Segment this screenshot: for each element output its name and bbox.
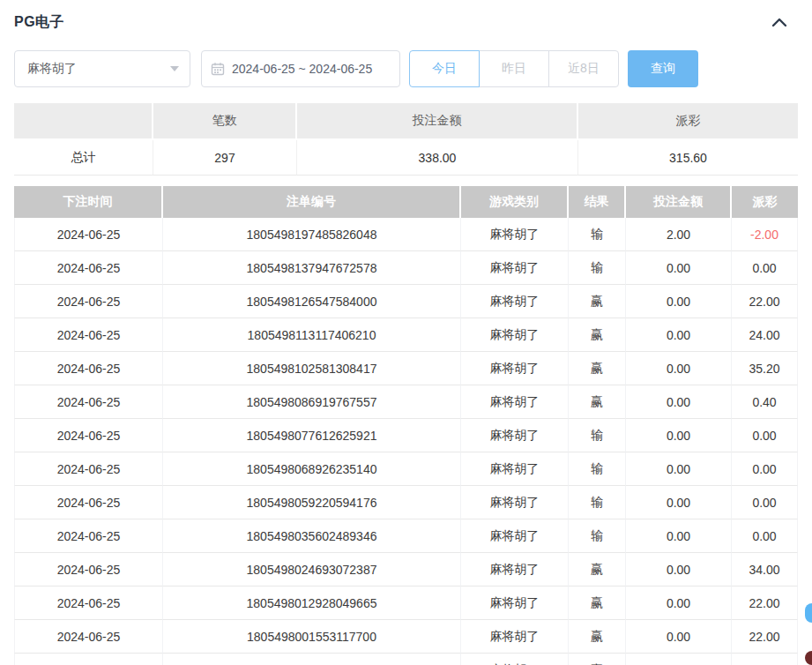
quick-range-button[interactable]: 昨日: [479, 50, 549, 87]
bet-id-cell: 1805498197485826048: [163, 218, 461, 251]
result-cell: 赢: [569, 654, 626, 665]
table-row: 2024-06-251805498102581308417麻将胡了赢0.0035…: [14, 352, 798, 385]
table-row: 2024-06-251805498137947672578麻将胡了输0.000.…: [14, 251, 798, 285]
filter-bar: 麻将胡了 2024-06-25 ~ 2024-06-25 今日昨日近8日 查询: [14, 50, 798, 87]
payout-cell: 0.00: [732, 452, 798, 486]
game-select[interactable]: 麻将胡了: [14, 50, 190, 87]
game-select-value: 麻将胡了: [27, 61, 77, 77]
game-type-cell: 麻将胡了: [461, 352, 569, 385]
game-type-cell: 麻将胡了: [461, 419, 569, 452]
table-row: 2024-06-251805498001553117700麻将胡了赢0.0022…: [14, 620, 798, 654]
column-header: [14, 103, 153, 140]
payout-cell: 0.40: [732, 385, 798, 419]
table-row: 2024-06-251805498012928049665麻将胡了赢0.0022…: [14, 587, 798, 620]
result-cell: 输: [569, 419, 626, 452]
bet-id-cell: 1805498068926235140: [163, 452, 461, 486]
payout-cell: 0.00: [732, 251, 798, 285]
quick-range-button[interactable]: 近8日: [548, 50, 619, 87]
bet-time-cell: 2024-06-25: [14, 486, 163, 519]
column-header: 投注金额: [297, 103, 578, 140]
bet-id-cell: 1805498086919767557: [163, 385, 461, 419]
summary-total-row: 总计 297 338.00 315.60: [14, 140, 798, 176]
column-header: 派彩: [732, 186, 798, 218]
table-row: 2024-06-251805498197485826048麻将胡了输2.00-2…: [14, 218, 798, 251]
payout-cell: 35.20: [732, 352, 798, 385]
bet-time-cell: 2024-06-25: [14, 452, 163, 486]
bet-records-table: 下注时间注单编号游戏类别结果投注金额派彩 2024-06-25180549819…: [14, 186, 798, 665]
bet-id-cell: 1805498001553117700: [163, 620, 461, 654]
game-type-cell: 麻将胡了: [461, 620, 569, 654]
bet-id-cell: 1805498102581308417: [163, 352, 461, 385]
column-header: 派彩: [578, 103, 798, 140]
date-range-picker[interactable]: 2024-06-25 ~ 2024-06-25: [201, 50, 400, 87]
bet-amount-cell: 0.00: [626, 251, 732, 285]
game-type-cell: 麻将胡了: [461, 486, 569, 519]
game-type-cell: 麻将胡了: [461, 553, 569, 587]
game-type-cell: 麻将胡了: [461, 654, 569, 665]
bet-records-header-row: 下注时间注单编号游戏类别结果投注金额派彩: [14, 186, 798, 218]
bet-time-cell: 2024-06-25: [14, 318, 163, 352]
payout-cell: 22.00: [732, 654, 798, 665]
search-button[interactable]: 查询: [628, 50, 698, 87]
table-row: 2024-06-251805498024693072387麻将胡了赢0.0034…: [14, 553, 798, 587]
result-cell: 输: [569, 452, 626, 486]
bet-id-cell: 1805498024693072387: [163, 553, 461, 587]
bet-amount-cell: 0.00: [626, 419, 732, 452]
column-header: 投注金额: [626, 186, 732, 218]
bet-id-cell: 1805498035602489346: [163, 519, 461, 553]
table-row: 2024-06-251805498086919767557麻将胡了赢0.000.…: [14, 385, 798, 419]
bet-id-cell: 1805498137947672578: [163, 251, 461, 285]
bet-time-cell: 2024-06-25: [14, 553, 163, 587]
bet-amount-cell: 0.00: [626, 587, 732, 620]
column-header: 注单编号: [163, 186, 461, 218]
payout-cell: 24.00: [732, 318, 798, 352]
collapse-chevron-up-icon[interactable]: [770, 12, 789, 32]
result-cell: 输: [569, 251, 626, 285]
bet-time-cell: 2024-06-25: [14, 251, 163, 285]
quick-range-button[interactable]: 今日: [409, 50, 480, 87]
page-title: PG电子: [14, 13, 64, 32]
date-range-value: 2024-06-25 ~ 2024-06-25: [232, 62, 372, 76]
result-cell: 赢: [569, 620, 626, 654]
floating-widget-dark[interactable]: [805, 651, 812, 665]
result-cell: 赢: [569, 587, 626, 620]
payout-cell: 0.00: [732, 486, 798, 519]
result-cell: 输: [569, 218, 626, 251]
payout-cell: 22.00: [732, 620, 798, 654]
payout-cell: 22.00: [732, 285, 798, 318]
floating-widget-blue[interactable]: [805, 603, 812, 623]
bet-amount-cell: 0.00: [626, 352, 732, 385]
bet-amount-cell: 0.00: [626, 553, 732, 587]
game-type-cell: 麻将胡了: [461, 385, 569, 419]
table-row: 2024-06-251805498035602489346麻将胡了输0.000.…: [14, 519, 798, 553]
panel-header: PG电子: [0, 0, 812, 32]
table-row: 2024-06-251805498059220594176麻将胡了输0.000.…: [14, 486, 798, 519]
payout-cell: 0.00: [732, 519, 798, 553]
game-type-cell: 麻将胡了: [461, 318, 569, 352]
bet-amount-cell: 0.00: [626, 620, 732, 654]
bet-time-cell: 2024-06-25: [14, 385, 163, 419]
bet-amount-cell: 0.00: [626, 486, 732, 519]
bet-time-cell: 2024-06-25: [14, 654, 163, 665]
payout-cell: 22.00: [732, 587, 798, 620]
table-row: 2024-06-251805497987459138562麻将胡了赢0.0022…: [14, 654, 798, 665]
bet-amount-cell: 0.00: [626, 519, 732, 553]
bet-amount-cell: 0.00: [626, 318, 732, 352]
bet-id-cell: 1805498077612625921: [163, 419, 461, 452]
result-cell: 赢: [569, 385, 626, 419]
payout-cell: -2.00: [732, 218, 798, 251]
game-type-cell: 麻将胡了: [461, 251, 569, 285]
bet-time-cell: 2024-06-25: [14, 218, 163, 251]
game-type-cell: 麻将胡了: [461, 218, 569, 251]
result-cell: 赢: [569, 352, 626, 385]
bet-time-cell: 2024-06-25: [14, 352, 163, 385]
bet-id-cell: 1805497987459138562: [163, 654, 461, 665]
bet-time-cell: 2024-06-25: [14, 587, 163, 620]
result-cell: 赢: [569, 318, 626, 352]
game-type-cell: 麻将胡了: [461, 285, 569, 318]
table-row: 2024-06-251805498068926235140麻将胡了输0.000.…: [14, 452, 798, 486]
result-cell: 输: [569, 519, 626, 553]
column-header: 笔数: [153, 103, 297, 140]
bet-time-cell: 2024-06-25: [14, 285, 163, 318]
summary-count: 297: [153, 140, 297, 176]
